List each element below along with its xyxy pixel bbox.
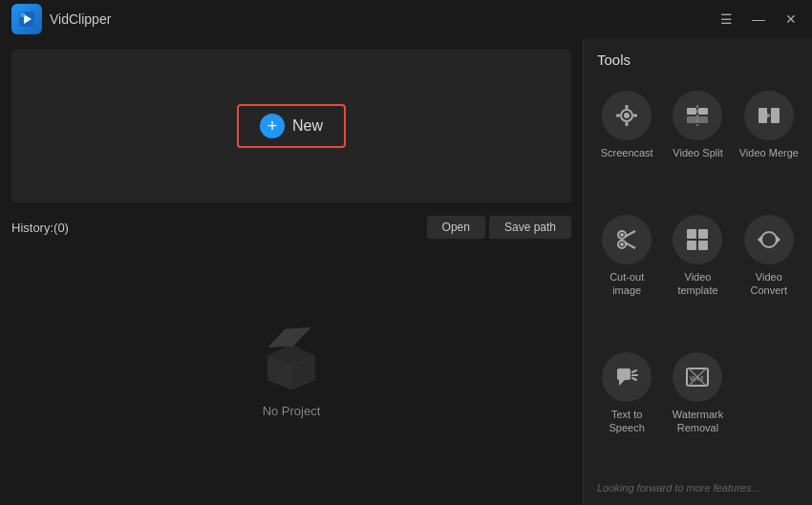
close-button[interactable]: ✕ <box>781 10 801 29</box>
svg-rect-16 <box>698 108 708 115</box>
tools-title: Tools <box>593 52 802 68</box>
svg-marker-21 <box>767 113 771 118</box>
tool-cut-out-image[interactable]: Cut-out image <box>593 205 660 339</box>
watermark-removal-label: Watermark Removal <box>668 408 727 435</box>
history-bar: History:(0) Open Save path <box>11 214 571 241</box>
screencast-label: Screencast <box>601 146 653 159</box>
right-panel: Tools Screencast <box>583 38 812 505</box>
video-convert-label: Video Convert <box>739 270 799 298</box>
cut-out-icon-circle <box>602 215 652 264</box>
no-project-area: No Project <box>11 252 571 494</box>
tool-video-split[interactable]: Video Split <box>664 81 731 201</box>
video-template-label: Video template <box>668 270 727 298</box>
svg-rect-14 <box>633 115 637 117</box>
svg-rect-34 <box>617 368 630 380</box>
screencast-icon-circle <box>602 91 652 140</box>
video-template-icon-circle <box>673 215 722 264</box>
tools-grid: Screencast Video Split <box>593 81 802 476</box>
svg-marker-35 <box>619 380 625 386</box>
watermark-removal-icon-circle: WM <box>673 352 722 402</box>
app-logo <box>11 4 42 34</box>
open-button[interactable]: Open <box>427 216 485 239</box>
plus-icon: + <box>260 114 285 138</box>
video-split-label: Video Split <box>673 146 722 159</box>
new-button[interactable]: + New <box>237 104 346 148</box>
history-label: History:(0) <box>11 221 69 235</box>
svg-marker-33 <box>758 236 761 243</box>
svg-point-26 <box>620 233 624 237</box>
save-path-button[interactable]: Save path <box>489 216 571 239</box>
window-controls: ☰ — ✕ <box>716 10 801 29</box>
svg-rect-31 <box>698 241 708 250</box>
text-to-speech-label: Text to Speech <box>597 408 656 435</box>
app-title: VidClipper <box>50 11 111 27</box>
video-convert-icon-circle <box>744 215 794 264</box>
svg-line-38 <box>632 378 636 380</box>
svg-line-36 <box>632 370 636 372</box>
svg-point-10 <box>624 113 630 118</box>
history-actions: Open Save path <box>427 216 571 239</box>
tool-video-merge[interactable]: Video Merge <box>736 81 802 201</box>
svg-rect-29 <box>698 229 708 239</box>
video-merge-icon-circle <box>744 91 794 140</box>
video-split-icon-circle <box>673 91 722 140</box>
svg-rect-2 <box>20 12 25 17</box>
cut-out-image-label: Cut-out image <box>597 270 656 298</box>
svg-rect-11 <box>626 105 629 109</box>
svg-point-27 <box>620 242 624 246</box>
video-merge-label: Video Merge <box>739 146 799 159</box>
new-project-area: + New <box>11 50 571 202</box>
tool-video-convert[interactable]: Video Convert <box>736 205 802 339</box>
left-panel: + New History:(0) Open Save path <box>0 38 583 505</box>
svg-rect-15 <box>687 108 696 115</box>
tool-text-to-speech[interactable]: Text to Speech <box>593 343 660 476</box>
svg-rect-19 <box>759 108 767 123</box>
svg-rect-28 <box>687 229 696 239</box>
minimize-button[interactable]: — <box>749 10 768 29</box>
tool-watermark-removal[interactable]: WM Watermark Removal <box>664 343 731 476</box>
text-to-speech-icon-circle <box>602 352 652 402</box>
main-layout: + New History:(0) Open Save path <box>0 38 812 505</box>
svg-rect-12 <box>626 122 629 126</box>
new-button-label: New <box>292 117 323 135</box>
tool-video-template[interactable]: Video template <box>664 205 731 339</box>
svg-rect-13 <box>616 115 620 117</box>
svg-rect-30 <box>687 241 696 250</box>
no-project-icon <box>258 327 325 394</box>
no-project-text: No Project <box>263 404 321 418</box>
more-features-text: Looking forward to more features... <box>593 476 802 495</box>
menu-icon[interactable]: ☰ <box>716 10 736 29</box>
titlebar: VidClipper ☰ — ✕ <box>0 0 812 38</box>
svg-rect-20 <box>771 108 780 123</box>
tool-screencast[interactable]: Screencast <box>593 81 660 201</box>
